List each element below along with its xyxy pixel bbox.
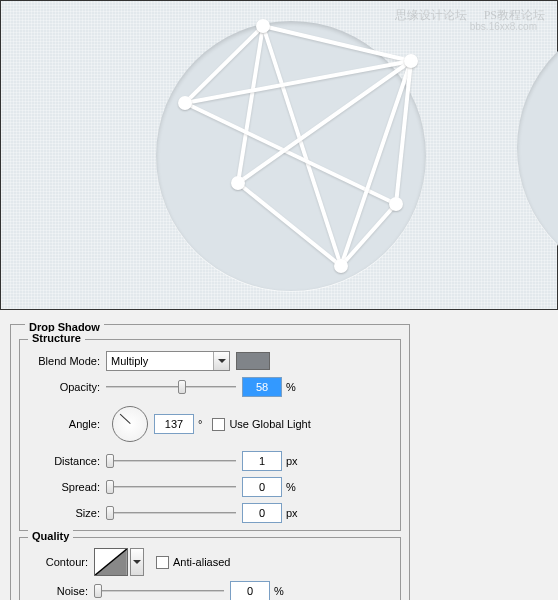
spread-label: Spread: bbox=[28, 481, 100, 493]
structure-legend: Structure bbox=[28, 332, 85, 344]
contour-label: Contour: bbox=[28, 556, 88, 568]
svg-line-10 bbox=[341, 204, 396, 266]
size-unit: px bbox=[286, 507, 298, 519]
contour-dropdown[interactable] bbox=[130, 548, 144, 576]
noise-input[interactable]: 0 bbox=[230, 581, 270, 600]
spread-input[interactable]: 0 bbox=[242, 477, 282, 497]
distance-label: Distance: bbox=[28, 455, 100, 467]
svg-line-5 bbox=[185, 103, 396, 204]
noise-unit: % bbox=[274, 585, 284, 597]
noise-label: Noise: bbox=[28, 585, 88, 597]
graph-node bbox=[404, 54, 418, 68]
use-global-light-label: Use Global Light bbox=[229, 418, 310, 430]
angle-dial[interactable] bbox=[112, 406, 148, 442]
noise-slider[interactable] bbox=[94, 583, 224, 599]
blend-mode-value: Multiply bbox=[107, 355, 213, 367]
angle-input[interactable]: 137 bbox=[154, 414, 194, 434]
opacity-slider[interactable] bbox=[106, 379, 236, 395]
drop-shadow-panel: Drop Shadow Structure Blend Mode: Multip… bbox=[10, 324, 410, 600]
spread-slider[interactable] bbox=[106, 479, 236, 495]
angle-label: Angle: bbox=[28, 418, 100, 430]
use-global-light-checkbox[interactable] bbox=[212, 418, 225, 431]
size-label: Size: bbox=[28, 507, 100, 519]
opacity-input[interactable]: 58 bbox=[242, 377, 282, 397]
opacity-label: Opacity: bbox=[28, 381, 100, 393]
structure-fieldset: Structure Blend Mode: Multiply Opacity: … bbox=[19, 339, 401, 531]
anti-aliased-checkbox[interactable] bbox=[156, 556, 169, 569]
angle-unit: ° bbox=[198, 418, 202, 430]
svg-line-6 bbox=[238, 61, 411, 183]
graph-node bbox=[334, 259, 348, 273]
shadow-color-swatch[interactable] bbox=[236, 352, 270, 370]
distance-input[interactable]: 1 bbox=[242, 451, 282, 471]
graph-node bbox=[178, 96, 192, 110]
graph-node bbox=[231, 176, 245, 190]
size-slider[interactable] bbox=[106, 505, 236, 521]
graph-node bbox=[389, 197, 403, 211]
opacity-unit: % bbox=[286, 381, 296, 393]
distance-slider[interactable] bbox=[106, 453, 236, 469]
blend-mode-label: Blend Mode: bbox=[28, 355, 100, 367]
anti-aliased-label: Anti-aliased bbox=[173, 556, 230, 568]
svg-line-1 bbox=[263, 26, 411, 61]
quality-fieldset: Quality Contour: Anti-aliased Noise: 0 % bbox=[19, 537, 401, 600]
network-lines bbox=[1, 1, 558, 311]
design-canvas: 思缘设计论坛 PS教程论坛 bbs.16xx8.com bbox=[0, 0, 558, 310]
size-input[interactable]: 0 bbox=[242, 503, 282, 523]
contour-picker[interactable] bbox=[94, 548, 128, 576]
chevron-down-icon[interactable] bbox=[213, 352, 229, 370]
graph-node bbox=[256, 19, 270, 33]
distance-unit: px bbox=[286, 455, 298, 467]
quality-legend: Quality bbox=[28, 530, 73, 542]
blend-mode-combo[interactable]: Multiply bbox=[106, 351, 230, 371]
spread-unit: % bbox=[286, 481, 296, 493]
